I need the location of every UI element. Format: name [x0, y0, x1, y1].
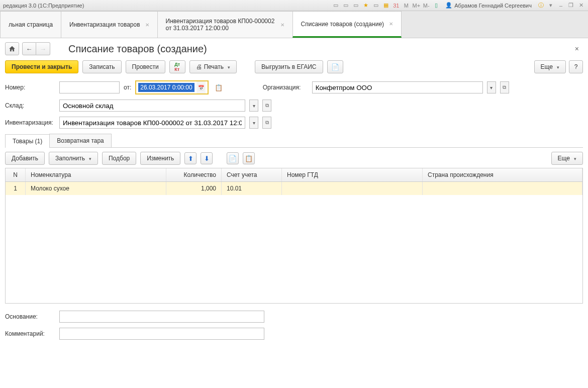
- btn-label: Заполнить: [55, 155, 85, 162]
- document-icon: 📄: [331, 63, 339, 71]
- save-button[interactable]: Записать: [82, 60, 121, 73]
- help-button[interactable]: ?: [569, 60, 583, 73]
- open-button[interactable]: ⧉: [262, 100, 271, 112]
- move-down-button[interactable]: ⬇: [201, 152, 213, 164]
- tab-label: Товары (1): [13, 138, 42, 145]
- paste-button[interactable]: 📋: [243, 152, 255, 164]
- fill-button[interactable]: Заполнить: [49, 152, 98, 165]
- dt-kt-button[interactable]: ДтКт: [169, 60, 185, 73]
- post-button[interactable]: Провести: [126, 60, 165, 73]
- col-n[interactable]: N: [6, 168, 26, 181]
- btn-label: Провести: [132, 63, 159, 70]
- comment-label: Комментарий:: [5, 330, 55, 337]
- post-and-close-button[interactable]: Провести и закрыть: [5, 60, 78, 73]
- chevron-down-icon: [572, 155, 576, 162]
- chevron-down-icon: [226, 63, 230, 70]
- cell-quantity: 1,000: [166, 182, 222, 195]
- org-input[interactable]: [312, 81, 483, 93]
- btn-label: Изменить: [147, 155, 174, 162]
- add-button[interactable]: Добавить: [5, 152, 45, 165]
- forward-button[interactable]: →: [36, 42, 50, 55]
- table-more-button[interactable]: Еще: [551, 152, 583, 165]
- tab-label: Инвентаризация товаров КП00-000002 от 31…: [166, 18, 275, 32]
- m-minus-icon[interactable]: M-: [422, 2, 430, 10]
- main-tabs: льная страница Инвентаризация товаров ✕ …: [0, 11, 588, 38]
- close-icon[interactable]: ✕: [145, 22, 149, 28]
- m-icon[interactable]: M: [402, 2, 410, 10]
- dropdown-button[interactable]: ▾: [249, 100, 258, 112]
- close-icon[interactable]: ✕: [577, 2, 585, 10]
- info-icon[interactable]: ⓘ: [537, 2, 545, 10]
- cell-nomenclature: Молоко сухое: [26, 182, 166, 195]
- open-button[interactable]: ⧉: [500, 81, 509, 93]
- home-button[interactable]: [5, 42, 19, 55]
- user-block[interactable]: 👤 Абрамов Геннадий Сергеевич: [445, 2, 532, 9]
- col-quantity[interactable]: Количество: [166, 168, 222, 181]
- list-icon-button[interactable]: 📋: [213, 81, 225, 93]
- move-up-button[interactable]: ⬆: [184, 152, 197, 164]
- col-account[interactable]: Счет учета: [222, 168, 282, 181]
- content-area: ← → Списание товаров (создание) × Провес…: [0, 38, 588, 388]
- cell-country: [423, 182, 582, 195]
- inventory-input[interactable]: [59, 117, 245, 129]
- page-close-button[interactable]: ×: [571, 43, 583, 55]
- more-button[interactable]: Еще: [534, 60, 566, 73]
- tab-returnable-tare[interactable]: Возвратная тара: [49, 134, 112, 147]
- tool-icon[interactable]: ▭: [372, 2, 380, 10]
- col-nomenclature[interactable]: Номенклатура: [26, 168, 166, 181]
- tool-icon[interactable]: ▭: [332, 2, 340, 10]
- user-name: Абрамов Геннадий Сергеевич: [454, 3, 532, 9]
- user-icon: 👤: [445, 2, 452, 9]
- panel-icon[interactable]: ▯: [432, 2, 440, 10]
- maximize-icon[interactable]: ❐: [567, 2, 575, 10]
- star-icon[interactable]: ★: [362, 2, 370, 10]
- basis-input[interactable]: [59, 311, 264, 323]
- minimize-icon[interactable]: –: [557, 2, 565, 10]
- open-button[interactable]: ⧉: [262, 117, 271, 129]
- form-row-basis: Основание:: [5, 311, 583, 323]
- close-icon[interactable]: ✕: [280, 22, 284, 28]
- close-icon[interactable]: ✕: [389, 21, 393, 27]
- calc-icon[interactable]: ▦: [382, 2, 390, 10]
- tab-goods[interactable]: Товары (1): [5, 134, 50, 148]
- back-button[interactable]: ←: [22, 42, 36, 55]
- print-button[interactable]: 🖨 Печать: [189, 60, 237, 73]
- dropdown-icon[interactable]: ▾: [547, 2, 555, 10]
- date-input[interactable]: 26.03.2017 0:00:00: [138, 83, 194, 92]
- btn-label: Печать: [204, 63, 224, 70]
- tab-inventory[interactable]: Инвентаризация товаров ✕: [61, 11, 157, 38]
- tab-inventory-doc[interactable]: Инвентаризация товаров КП00-000002 от 31…: [157, 11, 293, 38]
- pick-button[interactable]: Подбор: [102, 152, 136, 165]
- calendar-icon[interactable]: 31: [392, 2, 400, 10]
- tab-start-page[interactable]: льная страница: [0, 11, 61, 38]
- edit-button[interactable]: Изменить: [140, 152, 180, 165]
- dropdown-button[interactable]: ▾: [249, 117, 258, 129]
- egais-button[interactable]: Выгрузить в ЕГАИС: [255, 60, 323, 73]
- inventory-label: Инвентаризация:: [5, 119, 55, 126]
- tool-icon[interactable]: ▭: [352, 2, 360, 10]
- tab-writeoff[interactable]: Списание товаров (создание) ✕: [292, 11, 402, 38]
- comment-input[interactable]: [59, 328, 264, 340]
- tab-label: Возвратная тара: [57, 137, 104, 144]
- document-icon-button[interactable]: 📄: [327, 60, 343, 73]
- table-row[interactable]: 1 Молоко сухое 1,000 10.01: [6, 182, 582, 195]
- form-row-comment: Комментарий:: [5, 328, 583, 340]
- home-icon: [9, 45, 16, 52]
- copy-button[interactable]: 📄: [227, 152, 239, 164]
- btn-label: Провести и закрыть: [12, 63, 72, 70]
- page-title: Списание товаров (создание): [68, 43, 207, 55]
- m-plus-icon[interactable]: M+: [412, 2, 420, 10]
- goods-table[interactable]: N Номенклатура Количество Счет учета Ном…: [5, 168, 583, 304]
- titlebar: редакция 3.0 (1С:Предприятие) ▭ ▭ ▭ ★ ▭ …: [0, 0, 588, 11]
- btn-label: Еще: [541, 63, 553, 70]
- warehouse-input[interactable]: [59, 100, 245, 112]
- tab-label: льная страница: [9, 21, 53, 28]
- dropdown-button[interactable]: ▾: [487, 81, 496, 93]
- tool-icon[interactable]: ▭: [342, 2, 350, 10]
- col-gtd[interactable]: Номер ГТД: [282, 168, 423, 181]
- calendar-icon[interactable]: 📅: [197, 81, 206, 93]
- number-input[interactable]: [59, 81, 120, 93]
- col-country[interactable]: Страна происхождения: [423, 168, 582, 181]
- org-label: Организация:: [263, 84, 308, 91]
- from-label: от:: [124, 84, 131, 91]
